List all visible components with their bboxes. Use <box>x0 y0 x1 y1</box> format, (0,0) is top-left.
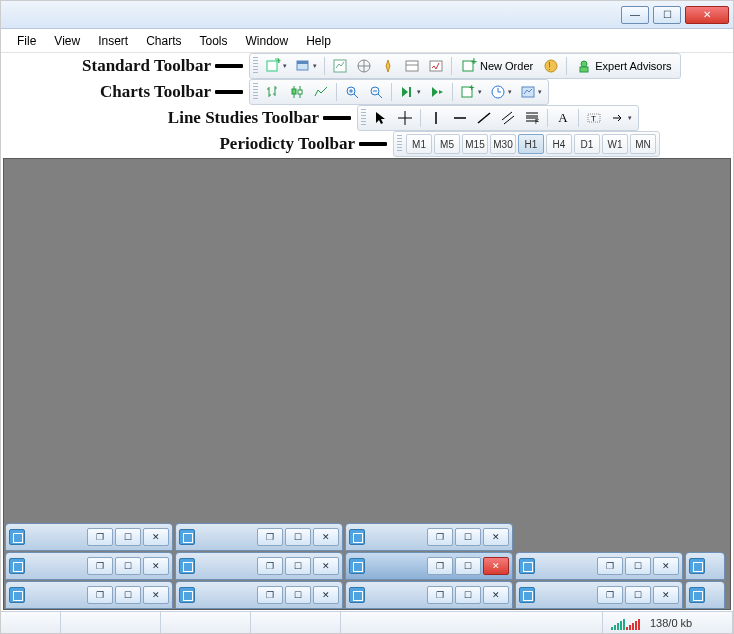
child-maximize-button[interactable]: ☐ <box>625 586 651 604</box>
menu-charts[interactable]: Charts <box>138 31 189 51</box>
period-h1[interactable]: H1 <box>518 134 544 154</box>
strategy-tester-button[interactable] <box>425 55 447 77</box>
minimized-chart-window[interactable]: ❐ ☐ ✕ <box>5 552 173 580</box>
child-close-button[interactable]: ✕ <box>483 586 509 604</box>
child-close-button[interactable]: ✕ <box>653 557 679 575</box>
data-window-button[interactable] <box>353 55 375 77</box>
minimized-chart-window[interactable]: ❐ ☐ ✕ <box>345 581 513 609</box>
menu-view[interactable]: View <box>46 31 88 51</box>
child-maximize-button[interactable]: ☐ <box>285 528 311 546</box>
minimized-chart-window[interactable]: ❐ ☐ ✕ <box>175 581 343 609</box>
minimized-chart-window[interactable]: ❐ ☐ ✕ <box>5 581 173 609</box>
child-close-button[interactable]: ✕ <box>313 586 339 604</box>
terminal-button[interactable] <box>401 55 423 77</box>
metaeditor-button[interactable]: ! <box>540 55 562 77</box>
menu-file[interactable]: File <box>9 31 44 51</box>
toolbar-grip-icon[interactable] <box>253 57 258 75</box>
line-studies-toolbar: F A T <box>357 105 639 131</box>
profiles-button[interactable] <box>292 55 320 77</box>
menu-insert[interactable]: Insert <box>90 31 136 51</box>
child-maximize-button[interactable]: ☐ <box>285 557 311 575</box>
child-maximize-button[interactable]: ☐ <box>115 528 141 546</box>
child-close-button[interactable]: ✕ <box>313 557 339 575</box>
child-maximize-button[interactable]: ☐ <box>115 557 141 575</box>
market-watch-button[interactable] <box>329 55 351 77</box>
equidistant-channel-button[interactable] <box>497 107 519 129</box>
child-restore-button[interactable]: ❐ <box>87 586 113 604</box>
minimized-chart-window[interactable]: ❐ ☐ ✕ <box>515 552 683 580</box>
child-restore-button[interactable]: ❐ <box>87 557 113 575</box>
trendline-button[interactable] <box>473 107 495 129</box>
period-m30[interactable]: M30 <box>490 134 516 154</box>
child-restore-button[interactable]: ❐ <box>427 586 453 604</box>
minimized-chart-window[interactable] <box>685 581 725 609</box>
period-d1[interactable]: D1 <box>574 134 600 154</box>
child-maximize-button[interactable]: ☐ <box>455 586 481 604</box>
child-maximize-button[interactable]: ☐ <box>285 586 311 604</box>
bar-chart-button[interactable] <box>262 81 284 103</box>
new-chart-button[interactable]: + <box>262 55 290 77</box>
child-close-button[interactable]: ✕ <box>143 528 169 546</box>
child-restore-button[interactable]: ❐ <box>257 557 283 575</box>
child-close-button[interactable]: ✕ <box>143 586 169 604</box>
child-close-button[interactable]: ✕ <box>483 557 509 575</box>
line-chart-button[interactable] <box>310 81 332 103</box>
period-h4[interactable]: H4 <box>546 134 572 154</box>
new-order-button[interactable]: + New Order <box>456 55 538 77</box>
toolbar-grip-icon[interactable] <box>253 83 258 101</box>
child-restore-button[interactable]: ❐ <box>257 586 283 604</box>
minimized-chart-window[interactable]: ❐ ☐ ✕ <box>5 523 173 551</box>
auto-scroll-button[interactable] <box>396 81 424 103</box>
text-label-button[interactable]: T <box>583 107 605 129</box>
child-close-button[interactable]: ✕ <box>313 528 339 546</box>
minimized-chart-window[interactable]: ❐ ☐ ✕ <box>175 523 343 551</box>
chart-shift-button[interactable] <box>426 81 448 103</box>
menu-tools[interactable]: Tools <box>192 31 236 51</box>
child-close-button[interactable]: ✕ <box>143 557 169 575</box>
minimized-chart-window-active[interactable]: ❐ ☐ ✕ <box>345 552 513 580</box>
period-mn[interactable]: MN <box>630 134 656 154</box>
child-restore-button[interactable]: ❐ <box>597 557 623 575</box>
templates-button[interactable] <box>517 81 545 103</box>
expert-advisors-button[interactable]: Expert Advisors <box>571 55 676 77</box>
text-button[interactable]: A <box>552 107 574 129</box>
periodicity-button[interactable] <box>487 81 515 103</box>
minimized-chart-window[interactable]: ❐ ☐ ✕ <box>175 552 343 580</box>
period-m15[interactable]: M15 <box>462 134 488 154</box>
window-minimize-button[interactable]: — <box>621 6 649 24</box>
child-restore-button[interactable]: ❐ <box>427 557 453 575</box>
child-maximize-button[interactable]: ☐ <box>455 557 481 575</box>
zoom-out-button[interactable] <box>365 81 387 103</box>
fibonacci-button[interactable]: F <box>521 107 543 129</box>
toolbar-grip-icon[interactable] <box>397 135 402 153</box>
cursor-button[interactable] <box>370 107 392 129</box>
period-m1[interactable]: M1 <box>406 134 432 154</box>
vertical-line-button[interactable] <box>425 107 447 129</box>
child-maximize-button[interactable]: ☐ <box>115 586 141 604</box>
menu-help[interactable]: Help <box>298 31 339 51</box>
horizontal-line-button[interactable] <box>449 107 471 129</box>
navigator-button[interactable] <box>377 55 399 77</box>
minimized-chart-window[interactable]: ❐ ☐ ✕ <box>345 523 513 551</box>
child-restore-button[interactable]: ❐ <box>427 528 453 546</box>
crosshair-button[interactable] <box>394 107 416 129</box>
child-restore-button[interactable]: ❐ <box>597 586 623 604</box>
toolbar-grip-icon[interactable] <box>361 109 366 127</box>
period-w1[interactable]: W1 <box>602 134 628 154</box>
child-maximize-button[interactable]: ☐ <box>455 528 481 546</box>
child-restore-button[interactable]: ❐ <box>87 528 113 546</box>
zoom-in-button[interactable] <box>341 81 363 103</box>
child-close-button[interactable]: ✕ <box>653 586 679 604</box>
window-close-button[interactable]: ✕ <box>685 6 729 24</box>
menu-window[interactable]: Window <box>238 31 297 51</box>
child-restore-button[interactable]: ❐ <box>257 528 283 546</box>
period-m5[interactable]: M5 <box>434 134 460 154</box>
minimized-chart-window[interactable] <box>685 552 725 580</box>
window-maximize-button[interactable]: ☐ <box>653 6 681 24</box>
child-close-button[interactable]: ✕ <box>483 528 509 546</box>
child-maximize-button[interactable]: ☐ <box>625 557 651 575</box>
minimized-chart-window[interactable]: ❐ ☐ ✕ <box>515 581 683 609</box>
candlestick-button[interactable] <box>286 81 308 103</box>
indicators-button[interactable]: + <box>457 81 485 103</box>
arrows-button[interactable] <box>607 107 635 129</box>
